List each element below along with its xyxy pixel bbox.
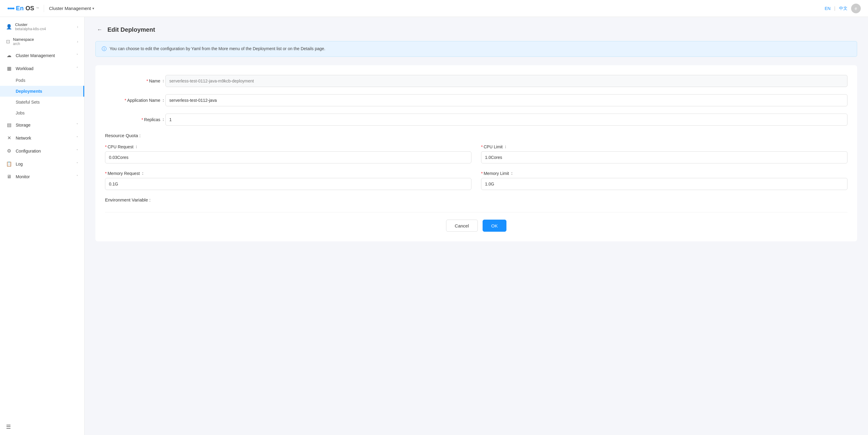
back-button[interactable]: ← [95,25,104,34]
nav-chevron-icon: ▾ [92,6,94,10]
pods-label: Pods [16,78,25,83]
cluster-management-nav[interactable]: Cluster Management ▾ [49,6,94,11]
sidebar-collapse-button[interactable]: ☰ [6,424,11,430]
sidebar-item-configuration[interactable]: ⚙ Configuration ˅ [0,144,84,157]
user-avatar[interactable]: e [851,4,861,13]
cluster-info[interactable]: 👤 Cluster beta/alpha-k8s-cn4 › [0,19,84,34]
sidebar-item-jobs[interactable]: Jobs [0,108,84,118]
storage-label: Storage [16,123,73,127]
network-icon: ✕ [6,135,12,141]
header-right: EN | 中文 e [825,4,861,13]
sidebar-item-storage[interactable]: ▤ Storage ˅ [0,118,84,132]
resource-quota-title: Resource Quota : [105,133,847,138]
logo: •••• EnOS™ [7,4,39,12]
cluster-text: Cluster beta/alpha-k8s-cn4 [15,22,74,31]
namespace-chevron-icon: › [77,39,78,44]
namespace-text: Namespace arch [13,37,74,46]
replicas-label: * Replicas ： [105,117,165,122]
storage-chevron-icon: ˅ [76,123,78,127]
cluster-icon: 👤 [6,24,12,30]
logo-tm: ™ [36,7,39,10]
sidebar-item-pods[interactable]: Pods [0,75,84,86]
configuration-label: Configuration [16,149,73,153]
main-content: ← Edit Deployment ⓘ You can choose to ed… [85,17,868,435]
layout: 👤 Cluster beta/alpha-k8s-cn4 › ⊡ Namespa… [0,17,868,435]
cpu-request-group: * CPU Request ： [105,144,471,164]
app-name-field [165,94,847,106]
info-icon: ⓘ [102,46,106,52]
sidebar-item-deployments[interactable]: Deployments [0,86,84,97]
header-divider [44,5,44,12]
cluster-label: Cluster [15,22,74,27]
app-name-row: * Application Name ： [105,94,847,106]
log-chevron-icon: ˅ [76,162,78,166]
logo-os: OS [25,5,34,12]
sidebar-item-workload[interactable]: ▦ Workload ˄ [0,62,84,75]
cancel-button[interactable]: Cancel [446,220,478,232]
workload-icon: ▦ [6,65,12,71]
page-header: ← Edit Deployment [95,25,857,34]
sidebar-item-monitor[interactable]: 🖥 Monitor ˅ [0,170,84,183]
jobs-label: Jobs [16,111,25,115]
memory-limit-label: * Memory Limit ： [481,171,847,176]
memory-limit-group: * Memory Limit ： [481,171,847,190]
monitor-label: Monitor [16,174,73,179]
lang-divider: | [834,6,835,11]
lang-zh[interactable]: 中文 [839,6,847,11]
info-banner: ⓘ You can choose to edit the configurati… [95,41,857,57]
namespace-value: arch [13,42,74,46]
replicas-input[interactable] [165,114,847,126]
replicas-field [165,114,847,126]
info-text: You can choose to edit the configuration… [110,46,326,52]
monitor-icon: 🖥 [6,174,12,179]
cpu-request-label: * CPU Request ： [105,144,471,149]
configuration-chevron-icon: ˅ [76,149,78,153]
cpu-limit-label: * CPU Limit ： [481,144,847,149]
app-name-label: * Application Name ： [105,97,165,103]
form-actions: Cancel OK [105,212,847,232]
resource-quota-section: Resource Quota : * CPU Request ： * [105,133,847,190]
memory-limit-input[interactable] [481,178,847,190]
nav-label: Cluster Management [49,6,91,11]
monitor-chevron-icon: ˅ [76,175,78,179]
namespace-info[interactable]: ⊡ Namespace arch › [0,34,84,49]
env-var-title: Environment Variable : [105,197,847,202]
memory-request-group: * Memory Request ： [105,171,471,190]
sidebar-item-cluster-management[interactable]: ☁ Cluster Management ˅ [0,49,84,62]
cluster-value: beta/alpha-k8s-cn4 [15,27,74,31]
cluster-management-chevron-icon: ˅ [76,54,78,58]
page-title: Edit Deployment [107,26,155,33]
stateful-sets-label: Stateful Sets [16,100,39,105]
memory-row: * Memory Request ： * Memory Limit ： [105,171,847,190]
form-container: * Name ： * Application Name ： [95,65,857,241]
storage-icon: ▤ [6,122,12,128]
memory-request-input[interactable] [105,178,471,190]
name-input[interactable] [165,75,847,87]
cpu-request-input[interactable] [105,151,471,164]
lang-en[interactable]: EN [825,6,830,11]
network-chevron-icon: ˅ [76,136,78,140]
sidebar-item-stateful-sets[interactable]: Stateful Sets [0,97,84,108]
namespace-label: Namespace [13,37,74,42]
namespace-icon: ⊡ [6,39,10,45]
cpu-limit-group: * CPU Limit ： [481,144,847,164]
ok-button[interactable]: OK [483,220,507,232]
workload-chevron-icon: ˄ [76,66,78,71]
cluster-management-icon: ☁ [6,53,12,58]
sidebar: 👤 Cluster beta/alpha-k8s-cn4 › ⊡ Namespa… [0,17,85,435]
header-left: •••• EnOS™ Cluster Management ▾ [7,4,94,12]
name-label: * Name ： [105,78,165,84]
logo-en: En [16,5,24,12]
log-icon: 📋 [6,161,12,167]
cpu-limit-input[interactable] [481,151,847,164]
deployments-label: Deployments [16,89,42,94]
sidebar-item-network[interactable]: ✕ Network ˅ [0,132,84,144]
log-label: Log [16,162,73,167]
collapse-icon: ☰ [6,424,11,430]
workload-label: Workload [16,66,73,71]
configuration-icon: ⚙ [6,148,12,154]
sidebar-item-log[interactable]: 📋 Log ˅ [0,157,84,170]
app-name-input[interactable] [165,94,847,106]
replicas-row: * Replicas ： [105,114,847,126]
network-label: Network [16,136,73,141]
